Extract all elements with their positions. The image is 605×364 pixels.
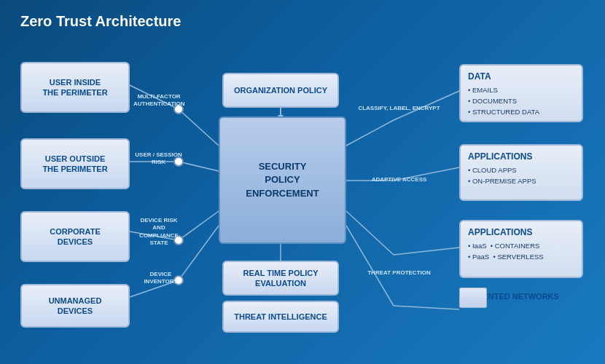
device-risk-label: DEVICE RISKAND COMPLIANCESTATE bbox=[133, 217, 184, 248]
data-resource-items: • EMAILS• DOCUMENTS• STRUCTURED DATA bbox=[468, 84, 574, 118]
classify-label: CLASSIFY, LABEL, ENCRYPT bbox=[357, 105, 441, 112]
svg-line-6 bbox=[179, 211, 219, 240]
threat-protection-label: THREAT PROTECTION bbox=[357, 269, 441, 277]
applications-items2: • IaaS • CONTAINERS• PaaS • SERVERLESS bbox=[468, 240, 574, 262]
svg-line-4 bbox=[179, 109, 219, 146]
mfa-label: MULTI-FACTOR AUTHENTICATION bbox=[133, 93, 184, 108]
data-resource-box: DATA • EMAILS• DOCUMENTS• STRUCTURED DAT… bbox=[459, 64, 583, 122]
applications-items1: • CLOUD APPS• ON-PREMISE APPS bbox=[468, 165, 574, 186]
applications-title2: APPLICATIONS bbox=[468, 227, 574, 237]
svg-line-21 bbox=[394, 248, 459, 255]
spe-box: SECURITYPOLICYENFORCEMENT bbox=[219, 116, 346, 244]
device-inventory-label: DEVICEINVENTORY bbox=[137, 271, 184, 286]
realtime-policy-label: REAL TIME POLICYEVALUATION bbox=[243, 268, 318, 289]
applications-box1: APPLICATIONS • CLOUD APPS• ON-PREMISE AP… bbox=[459, 144, 583, 201]
svg-line-7 bbox=[179, 226, 219, 280]
threat-intel-box: THREAT INTELLIGENCE bbox=[222, 301, 339, 333]
svg-line-5 bbox=[179, 162, 219, 171]
data-resource-title: DATA bbox=[468, 71, 574, 82]
user-inside-label: USER INSIDETHE PERIMETER bbox=[42, 77, 107, 98]
user-outside-box: USER OUTSIDETHE PERIMETER bbox=[20, 138, 130, 189]
segmented-networks-area: SEGMENTED NETWORKS bbox=[459, 288, 587, 301]
realtime-policy-box: REAL TIME POLICYEVALUATION bbox=[222, 261, 339, 296]
session-risk-label: USER / SESSIONRISK bbox=[135, 151, 182, 167]
seg-box-4 bbox=[459, 288, 487, 308]
svg-line-12 bbox=[346, 211, 394, 255]
applications-title1: APPLICATIONS bbox=[468, 151, 574, 162]
user-outside-label: USER OUTSIDETHE PERIMETER bbox=[42, 154, 107, 175]
adaptive-access-label: ADAPTIVE ACCESS bbox=[357, 176, 441, 183]
applications-box2: APPLICATIONS • IaaS • CONTAINERS• PaaS •… bbox=[459, 220, 583, 278]
user-inside-box: USER INSIDETHE PERIMETER bbox=[20, 62, 130, 113]
corporate-devices-box: CORPORATEDEVICES bbox=[20, 211, 130, 262]
unmanaged-devices-box: UNMANAGEDDEVICES bbox=[20, 284, 130, 328]
spe-label: SECURITYPOLICYENFORCEMENT bbox=[246, 160, 319, 200]
threat-intel-label: THREAT INTELLIGENCE bbox=[234, 312, 327, 322]
svg-line-22 bbox=[394, 306, 459, 309]
org-policy-label: ORGANIZATION POLICY bbox=[234, 85, 327, 95]
corporate-devices-label: CORPORATEDEVICES bbox=[50, 226, 100, 248]
org-policy-box: ORGANIZATION POLICY bbox=[222, 73, 339, 108]
svg-line-13 bbox=[346, 226, 394, 306]
page-title: Zero Trust Architecture bbox=[20, 13, 181, 30]
svg-line-10 bbox=[346, 120, 394, 146]
unmanaged-devices-label: UNMANAGEDDEVICES bbox=[49, 296, 102, 317]
